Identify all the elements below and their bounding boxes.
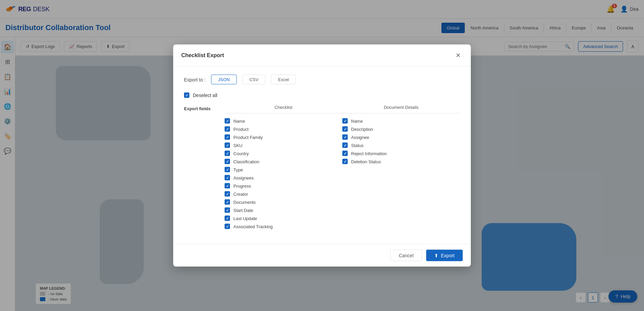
fields-columns: Checklist Name Product Product Family SK… [225,105,460,231]
field-checklist-associated-tracking[interactable]: Associated Tracking [225,222,342,231]
field-checklist-sku[interactable]: SKU [225,141,342,149]
field-checklist-product[interactable]: Product [225,125,342,133]
export-fields-section: Export fields Checklist Name Product Pro… [184,105,460,231]
export-to-row: Export to : JSON CSV Excel [184,75,460,85]
document-details-column: Document Details Name Description Assign… [342,105,460,231]
checkbox-checklist-documents[interactable] [225,199,230,205]
export-fields-title: Export fields [184,106,225,111]
deselect-all-checkbox[interactable] [184,93,189,98]
checkbox-doc-name[interactable] [342,118,348,124]
checkbox-doc-assignee[interactable] [342,135,348,140]
export-confirm-button[interactable]: ⬆ Export [426,250,463,261]
field-checklist-documents[interactable]: Documents [225,198,342,206]
document-details-col-header: Document Details [342,105,460,114]
checkbox-checklist-product[interactable] [225,126,230,132]
checkbox-checklist-country[interactable] [225,151,230,156]
deselect-all-label[interactable]: Deselect all [193,93,217,98]
checkbox-checklist-assignees[interactable] [225,175,230,181]
checkbox-checklist-type[interactable] [225,167,230,172]
modal-header: Checklist Export ✕ [173,45,471,67]
field-checklist-creator[interactable]: Creator [225,190,342,198]
checkbox-checklist-product-family[interactable] [225,135,230,140]
cancel-button[interactable]: Cancel [390,250,422,261]
field-doc-assignee[interactable]: Assignee [342,133,460,141]
field-checklist-name[interactable]: Name [225,117,342,125]
checkbox-doc-status[interactable] [342,143,348,148]
export-confirm-label: Export [441,253,455,258]
checkbox-checklist-creator[interactable] [225,191,230,197]
export-to-label: Export to : [184,77,206,82]
modal-footer: Cancel ⬆ Export [173,244,471,267]
field-doc-deletion-status[interactable]: Deletion Status [342,158,460,166]
export-fields-header: Export fields Checklist Name Product Pro… [184,105,460,231]
checklist-export-modal: Checklist Export ✕ Export to : JSON CSV … [173,45,471,267]
modal-title: Checklist Export [181,52,224,58]
checkbox-checklist-sku[interactable] [225,143,230,148]
export-confirm-icon: ⬆ [434,253,438,258]
checkbox-checklist-last-update[interactable] [225,216,230,221]
format-json-button[interactable]: JSON [211,75,237,85]
format-csv-button[interactable]: CSV [242,75,266,85]
field-checklist-type[interactable]: Type [225,166,342,174]
field-checklist-country[interactable]: Country [225,149,342,158]
checklist-col-header: Checklist [225,105,342,114]
checkbox-doc-deletion-status[interactable] [342,159,348,164]
field-checklist-assignees[interactable]: Assignees [225,174,342,182]
format-excel-button[interactable]: Excel [271,75,296,85]
field-checklist-product-family[interactable]: Product Family [225,133,342,141]
modal-close-button[interactable]: ✕ [453,51,463,60]
field-checklist-progress[interactable]: Progress [225,182,342,190]
checkbox-checklist-start-date[interactable] [225,208,230,213]
field-doc-description[interactable]: Description [342,125,460,133]
field-checklist-start-date[interactable]: Start Date [225,206,342,214]
checkbox-checklist-associated-tracking[interactable] [225,224,230,229]
deselect-all-row: Deselect all [184,93,460,98]
checklist-column: Checklist Name Product Product Family SK… [225,105,342,231]
field-doc-reject-information[interactable]: Reject Information [342,149,460,158]
field-doc-name[interactable]: Name [342,117,460,125]
modal-body: Export to : JSON CSV Excel Deselect all … [173,67,471,244]
field-checklist-last-update[interactable]: Last Update [225,214,342,222]
checkbox-doc-description[interactable] [342,126,348,132]
field-checklist-classification[interactable]: Classification [225,158,342,166]
checkbox-checklist-classification[interactable] [225,159,230,164]
field-doc-status[interactable]: Status [342,141,460,149]
checkbox-checklist-name[interactable] [225,118,230,124]
checkbox-checklist-progress[interactable] [225,183,230,189]
checkbox-doc-reject-information[interactable] [342,151,348,156]
